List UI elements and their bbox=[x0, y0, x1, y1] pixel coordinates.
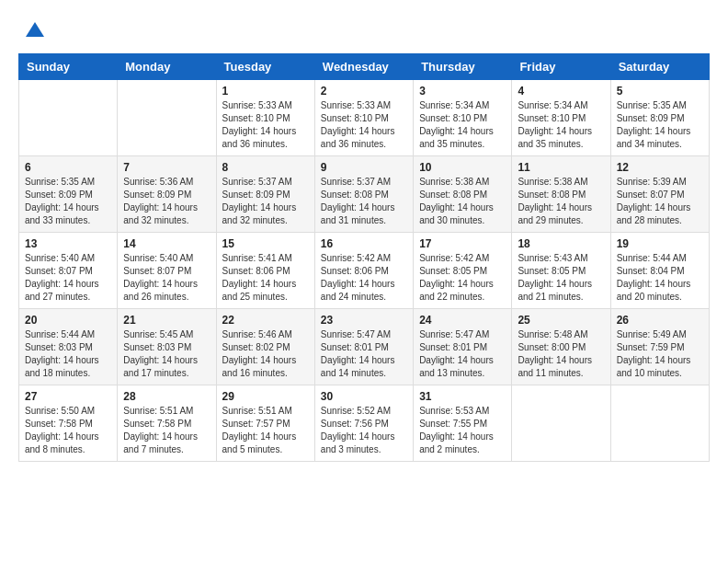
day-number: 26 bbox=[617, 314, 703, 327]
day-info: Sunrise: 5:46 AMSunset: 8:02 PMDaylight:… bbox=[222, 329, 297, 378]
day-info: Sunrise: 5:41 AMSunset: 8:06 PMDaylight:… bbox=[222, 253, 297, 302]
calendar-cell: 14 Sunrise: 5:40 AMSunset: 8:07 PMDaylig… bbox=[118, 233, 216, 309]
day-info: Sunrise: 5:51 AMSunset: 7:58 PMDaylight:… bbox=[123, 406, 198, 454]
page-header bbox=[18, 18, 710, 44]
calendar-cell: 28 Sunrise: 5:51 AMSunset: 7:58 PMDaylig… bbox=[118, 385, 216, 462]
day-info: Sunrise: 5:44 AMSunset: 8:03 PMDaylight:… bbox=[25, 329, 99, 378]
calendar-cell bbox=[19, 80, 118, 156]
day-number: 21 bbox=[123, 314, 210, 327]
day-info: Sunrise: 5:52 AMSunset: 7:56 PMDaylight:… bbox=[321, 406, 395, 454]
calendar-cell: 12 Sunrise: 5:39 AMSunset: 8:07 PMDaylig… bbox=[610, 156, 709, 233]
calendar-table: SundayMondayTuesdayWednesdayThursdayFrid… bbox=[18, 53, 710, 462]
header-day-wednesday: Wednesday bbox=[314, 54, 413, 80]
day-info: Sunrise: 5:50 AMSunset: 7:58 PMDaylight:… bbox=[25, 406, 99, 454]
calendar-body: 1 Sunrise: 5:33 AMSunset: 8:10 PMDayligh… bbox=[19, 80, 710, 462]
calendar-header: SundayMondayTuesdayWednesdayThursdayFrid… bbox=[19, 54, 710, 80]
calendar-cell: 11 Sunrise: 5:38 AMSunset: 8:08 PMDaylig… bbox=[512, 156, 610, 233]
day-info: Sunrise: 5:40 AMSunset: 8:07 PMDaylight:… bbox=[25, 253, 99, 302]
header-day-friday: Friday bbox=[512, 54, 610, 80]
header-row: SundayMondayTuesdayWednesdayThursdayFrid… bbox=[19, 54, 710, 80]
calendar-cell: 4 Sunrise: 5:34 AMSunset: 8:10 PMDayligh… bbox=[512, 80, 610, 156]
calendar-cell: 5 Sunrise: 5:35 AMSunset: 8:09 PMDayligh… bbox=[610, 80, 709, 156]
day-number: 24 bbox=[419, 314, 506, 327]
header-day-sunday: Sunday bbox=[19, 54, 118, 80]
day-info: Sunrise: 5:34 AMSunset: 8:10 PMDaylight:… bbox=[518, 100, 592, 149]
day-number: 29 bbox=[222, 390, 309, 403]
calendar-cell bbox=[610, 385, 709, 462]
calendar-cell: 13 Sunrise: 5:40 AMSunset: 8:07 PMDaylig… bbox=[19, 233, 118, 309]
day-info: Sunrise: 5:42 AMSunset: 8:06 PMDaylight:… bbox=[321, 253, 395, 302]
day-info: Sunrise: 5:35 AMSunset: 8:09 PMDaylight:… bbox=[25, 177, 99, 225]
header-day-monday: Monday bbox=[118, 54, 216, 80]
day-info: Sunrise: 5:51 AMSunset: 7:57 PMDaylight:… bbox=[222, 406, 297, 454]
day-info: Sunrise: 5:35 AMSunset: 8:09 PMDaylight:… bbox=[617, 100, 691, 149]
day-number: 1 bbox=[222, 85, 309, 98]
calendar-cell: 20 Sunrise: 5:44 AMSunset: 8:03 PMDaylig… bbox=[19, 309, 118, 385]
header-day-thursday: Thursday bbox=[414, 54, 512, 80]
calendar-cell: 25 Sunrise: 5:48 AMSunset: 8:00 PMDaylig… bbox=[512, 309, 610, 385]
day-info: Sunrise: 5:38 AMSunset: 8:08 PMDaylight:… bbox=[419, 177, 494, 225]
calendar-week-5: 27 Sunrise: 5:50 AMSunset: 7:58 PMDaylig… bbox=[19, 385, 710, 462]
day-info: Sunrise: 5:53 AMSunset: 7:55 PMDaylight:… bbox=[419, 406, 494, 454]
calendar-cell: 22 Sunrise: 5:46 AMSunset: 8:02 PMDaylig… bbox=[216, 309, 314, 385]
day-info: Sunrise: 5:49 AMSunset: 7:59 PMDaylight:… bbox=[617, 329, 691, 378]
calendar-cell: 2 Sunrise: 5:33 AMSunset: 8:10 PMDayligh… bbox=[314, 80, 413, 156]
day-info: Sunrise: 5:36 AMSunset: 8:09 PMDaylight:… bbox=[123, 177, 198, 225]
day-number: 14 bbox=[123, 237, 210, 250]
calendar-cell: 1 Sunrise: 5:33 AMSunset: 8:10 PMDayligh… bbox=[216, 80, 314, 156]
day-info: Sunrise: 5:37 AMSunset: 8:09 PMDaylight:… bbox=[222, 177, 297, 225]
calendar-week-4: 20 Sunrise: 5:44 AMSunset: 8:03 PMDaylig… bbox=[19, 309, 710, 385]
day-info: Sunrise: 5:33 AMSunset: 8:10 PMDaylight:… bbox=[321, 100, 395, 149]
day-info: Sunrise: 5:40 AMSunset: 8:07 PMDaylight:… bbox=[123, 253, 198, 302]
calendar-cell: 9 Sunrise: 5:37 AMSunset: 8:08 PMDayligh… bbox=[314, 156, 413, 233]
calendar-week-2: 6 Sunrise: 5:35 AMSunset: 8:09 PMDayligh… bbox=[19, 156, 710, 233]
logo-icon bbox=[22, 18, 48, 44]
day-number: 18 bbox=[518, 237, 604, 250]
calendar-cell: 21 Sunrise: 5:45 AMSunset: 8:03 PMDaylig… bbox=[118, 309, 216, 385]
day-number: 4 bbox=[518, 85, 604, 98]
calendar-cell: 29 Sunrise: 5:51 AMSunset: 7:57 PMDaylig… bbox=[216, 385, 314, 462]
day-info: Sunrise: 5:37 AMSunset: 8:08 PMDaylight:… bbox=[321, 177, 395, 225]
day-number: 30 bbox=[321, 390, 407, 403]
day-number: 5 bbox=[617, 85, 703, 98]
calendar-cell: 27 Sunrise: 5:50 AMSunset: 7:58 PMDaylig… bbox=[19, 385, 118, 462]
calendar-cell: 7 Sunrise: 5:36 AMSunset: 8:09 PMDayligh… bbox=[118, 156, 216, 233]
day-info: Sunrise: 5:34 AMSunset: 8:10 PMDaylight:… bbox=[419, 100, 494, 149]
calendar-cell bbox=[118, 80, 216, 156]
calendar-week-3: 13 Sunrise: 5:40 AMSunset: 8:07 PMDaylig… bbox=[19, 233, 710, 309]
day-number: 7 bbox=[123, 161, 210, 174]
calendar-cell: 18 Sunrise: 5:43 AMSunset: 8:05 PMDaylig… bbox=[512, 233, 610, 309]
day-number: 3 bbox=[419, 85, 506, 98]
day-info: Sunrise: 5:42 AMSunset: 8:05 PMDaylight:… bbox=[419, 253, 494, 302]
day-info: Sunrise: 5:45 AMSunset: 8:03 PMDaylight:… bbox=[123, 329, 198, 378]
day-number: 11 bbox=[518, 161, 604, 174]
calendar-cell: 16 Sunrise: 5:42 AMSunset: 8:06 PMDaylig… bbox=[314, 233, 413, 309]
day-number: 20 bbox=[25, 314, 111, 327]
day-info: Sunrise: 5:48 AMSunset: 8:00 PMDaylight:… bbox=[518, 329, 592, 378]
day-number: 9 bbox=[321, 161, 407, 174]
calendar-cell: 30 Sunrise: 5:52 AMSunset: 7:56 PMDaylig… bbox=[314, 385, 413, 462]
day-number: 2 bbox=[321, 85, 407, 98]
day-number: 15 bbox=[222, 237, 309, 250]
day-number: 17 bbox=[419, 237, 506, 250]
day-number: 19 bbox=[617, 237, 703, 250]
day-info: Sunrise: 5:44 AMSunset: 8:04 PMDaylight:… bbox=[617, 253, 691, 302]
calendar-cell: 3 Sunrise: 5:34 AMSunset: 8:10 PMDayligh… bbox=[414, 80, 512, 156]
day-number: 22 bbox=[222, 314, 309, 327]
calendar-cell: 10 Sunrise: 5:38 AMSunset: 8:08 PMDaylig… bbox=[414, 156, 512, 233]
day-number: 8 bbox=[222, 161, 309, 174]
day-number: 23 bbox=[321, 314, 407, 327]
calendar-cell: 26 Sunrise: 5:49 AMSunset: 7:59 PMDaylig… bbox=[610, 309, 709, 385]
day-info: Sunrise: 5:47 AMSunset: 8:01 PMDaylight:… bbox=[321, 329, 395, 378]
day-number: 13 bbox=[25, 237, 111, 250]
day-info: Sunrise: 5:38 AMSunset: 8:08 PMDaylight:… bbox=[518, 177, 592, 225]
calendar-cell: 31 Sunrise: 5:53 AMSunset: 7:55 PMDaylig… bbox=[414, 385, 512, 462]
day-number: 10 bbox=[419, 161, 506, 174]
day-number: 28 bbox=[123, 390, 210, 403]
day-number: 6 bbox=[25, 161, 111, 174]
calendar-cell: 15 Sunrise: 5:41 AMSunset: 8:06 PMDaylig… bbox=[216, 233, 314, 309]
calendar-cell: 6 Sunrise: 5:35 AMSunset: 8:09 PMDayligh… bbox=[19, 156, 118, 233]
day-number: 27 bbox=[25, 390, 111, 403]
calendar-cell: 23 Sunrise: 5:47 AMSunset: 8:01 PMDaylig… bbox=[314, 309, 413, 385]
header-day-saturday: Saturday bbox=[610, 54, 709, 80]
